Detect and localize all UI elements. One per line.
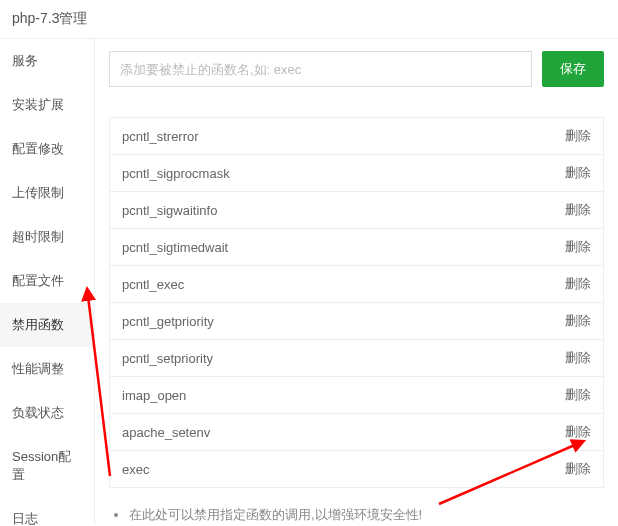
function-name: exec: [122, 462, 149, 477]
sidebar-item[interactable]: 性能调整: [0, 347, 94, 391]
function-name: pcntl_sigwaitinfo: [122, 203, 217, 218]
function-name: pcntl_sigtimedwait: [122, 240, 228, 255]
sidebar: 服务安装扩展配置修改上传限制超时限制配置文件禁用函数性能调整负载状态Sessio…: [0, 39, 95, 525]
table-row: pcntl_sigtimedwait删除: [110, 229, 603, 266]
sidebar-item[interactable]: 超时限制: [0, 215, 94, 259]
sidebar-item[interactable]: 配置修改: [0, 127, 94, 171]
function-name: pcntl_exec: [122, 277, 184, 292]
delete-link[interactable]: 删除: [565, 164, 591, 182]
table-row: imap_open删除: [110, 377, 603, 414]
table-row: pcntl_sigprocmask删除: [110, 155, 603, 192]
delete-link[interactable]: 删除: [565, 423, 591, 441]
sidebar-item[interactable]: 服务: [0, 39, 94, 83]
function-name: pcntl_strerror: [122, 129, 199, 144]
function-name-input[interactable]: [109, 51, 532, 87]
disabled-functions-table: pcntl_strerror删除pcntl_sigprocmask删除pcntl…: [109, 117, 604, 488]
table-row: pcntl_exec删除: [110, 266, 603, 303]
table-row: pcntl_sigwaitinfo删除: [110, 192, 603, 229]
delete-link[interactable]: 删除: [565, 460, 591, 478]
sidebar-item[interactable]: 上传限制: [0, 171, 94, 215]
table-row: pcntl_setpriority删除: [110, 340, 603, 377]
delete-link[interactable]: 删除: [565, 127, 591, 145]
delete-link[interactable]: 删除: [565, 275, 591, 293]
delete-link[interactable]: 删除: [565, 238, 591, 256]
sidebar-item[interactable]: Session配置: [0, 435, 94, 497]
function-name: pcntl_sigprocmask: [122, 166, 230, 181]
table-row: apache_setenv删除: [110, 414, 603, 451]
function-name: pcntl_setpriority: [122, 351, 213, 366]
sidebar-item[interactable]: 负载状态: [0, 391, 94, 435]
delete-link[interactable]: 删除: [565, 201, 591, 219]
sidebar-item[interactable]: 日志: [0, 497, 94, 526]
function-name: pcntl_getpriority: [122, 314, 214, 329]
sidebar-item[interactable]: 配置文件: [0, 259, 94, 303]
table-row: pcntl_strerror删除: [110, 118, 603, 155]
delete-link[interactable]: 删除: [565, 312, 591, 330]
table-row: exec删除: [110, 451, 603, 488]
save-button[interactable]: 保存: [542, 51, 604, 87]
page-title: php-7.3管理: [0, 0, 618, 39]
function-name: apache_setenv: [122, 425, 210, 440]
table-row: pcntl_getpriority删除: [110, 303, 603, 340]
sidebar-item[interactable]: 禁用函数: [0, 303, 94, 347]
delete-link[interactable]: 删除: [565, 386, 591, 404]
main-panel: 保存 pcntl_strerror删除pcntl_sigprocmask删除pc…: [95, 39, 618, 525]
sidebar-item[interactable]: 安装扩展: [0, 83, 94, 127]
note-item: 在此处可以禁用指定函数的调用,以增强环境安全性!: [129, 502, 604, 525]
function-name: imap_open: [122, 388, 186, 403]
notes-list: 在此处可以禁用指定函数的调用,以增强环境安全性!强烈建议禁用如exec,syst…: [109, 502, 604, 525]
delete-link[interactable]: 删除: [565, 349, 591, 367]
